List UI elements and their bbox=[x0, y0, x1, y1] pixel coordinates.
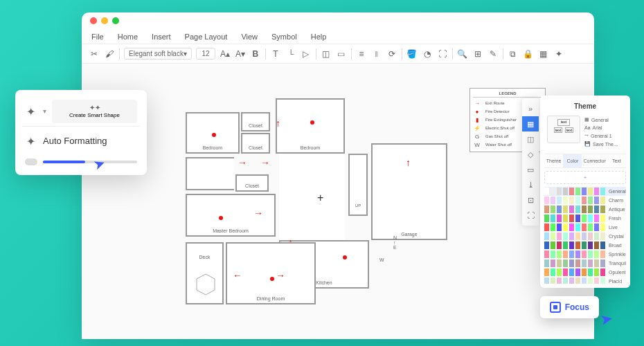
palette-charm[interactable]: Charm bbox=[544, 196, 626, 205]
cursor-icon: ➤ bbox=[599, 310, 614, 330]
menu-file[interactable]: File bbox=[91, 33, 104, 41]
font-down-icon[interactable]: A▾ bbox=[235, 48, 246, 60]
theme-tool-icon[interactable]: ▦ bbox=[522, 116, 539, 131]
text-icon[interactable]: T bbox=[270, 48, 281, 60]
theme-tabs: ThemeColorConnectorText bbox=[544, 154, 626, 168]
room-hall[interactable] bbox=[279, 154, 345, 244]
font-size[interactable]: 12 bbox=[196, 48, 215, 60]
rotate-icon[interactable]: ⟳ bbox=[386, 48, 397, 60]
palette-general[interactable]: General bbox=[544, 187, 626, 196]
page-tool-icon[interactable]: ▭ bbox=[522, 162, 539, 177]
theme-preview[interactable]: text text text bbox=[547, 116, 580, 143]
auto-formatting-label: Auto Formatting bbox=[43, 136, 107, 146]
cut-icon[interactable]: ✂ bbox=[89, 48, 100, 60]
compass: N ↑ E bbox=[393, 235, 397, 250]
arrow-icon: → bbox=[238, 157, 247, 168]
add-palette-button[interactable]: + bbox=[544, 171, 626, 184]
ai-icon[interactable]: ✦ bbox=[553, 48, 564, 60]
table-icon[interactable]: ⊞ bbox=[472, 48, 483, 60]
svg-marker-0 bbox=[197, 274, 215, 295]
arrow-icon: ↑ bbox=[276, 118, 280, 129]
close-dot[interactable] bbox=[90, 17, 97, 24]
help-tool-icon[interactable]: ⊡ bbox=[522, 192, 539, 208]
app-window: FileHomeInsertPage LayoutViewSymbolHelp … bbox=[82, 12, 594, 339]
toggle[interactable] bbox=[25, 158, 37, 165]
room-closet1[interactable]: Closet bbox=[241, 112, 270, 131]
maximize-dot[interactable] bbox=[112, 17, 119, 24]
room-bedroom2[interactable]: Bedroom bbox=[276, 98, 345, 154]
fill-icon[interactable]: 🪣 bbox=[406, 48, 418, 60]
palette-fresh[interactable]: Fresh bbox=[544, 214, 626, 223]
effects-icon[interactable]: ◔ bbox=[422, 48, 433, 60]
room-closet3[interactable]: Closet bbox=[235, 174, 269, 192]
search-icon[interactable]: 🔍 bbox=[457, 48, 468, 60]
arrow-icon: → bbox=[260, 157, 270, 168]
menu-symbol[interactable]: Symbol bbox=[271, 33, 297, 41]
layers-icon[interactable]: ◫ bbox=[321, 48, 332, 60]
room-closet2[interactable]: Closet bbox=[241, 133, 270, 154]
pointer-icon[interactable]: ▷ bbox=[301, 48, 312, 60]
brush-icon[interactable]: 🖌 bbox=[104, 48, 115, 60]
menu-view[interactable]: View bbox=[241, 33, 258, 41]
pen-icon[interactable]: ✎ bbox=[488, 48, 499, 60]
arrow-icon: ← bbox=[233, 270, 242, 281]
expand-tool-icon[interactable]: ⛶ bbox=[522, 208, 539, 223]
compass-w: W bbox=[379, 257, 384, 262]
ai-sparkle-icon bbox=[25, 135, 37, 147]
room-bedroom1[interactable]: Bedroom bbox=[186, 112, 240, 154]
shape-icon[interactable]: ▭ bbox=[336, 48, 347, 60]
menu-insert[interactable]: Insert bbox=[152, 33, 171, 41]
theme-opt[interactable]: 💾Save The… bbox=[584, 140, 618, 148]
theme-title: Theme bbox=[544, 100, 626, 113]
floorplan: Bedroom Closet Closet Bedroom ↑ Closet →… bbox=[186, 84, 476, 313]
palette-crystal[interactable]: Crystal bbox=[544, 232, 626, 241]
theme-opt[interactable]: ▦General bbox=[584, 116, 618, 124]
group-icon[interactable]: ⧉ bbox=[508, 48, 519, 60]
distribute-icon[interactable]: ⫴ bbox=[371, 48, 382, 60]
export-tool-icon[interactable]: ⤓ bbox=[522, 177, 539, 192]
menu-page-layout[interactable]: Page Layout bbox=[185, 33, 228, 41]
font-up-icon[interactable]: A▴ bbox=[220, 48, 231, 60]
minimize-dot[interactable] bbox=[101, 17, 108, 24]
menu-help[interactable]: Help bbox=[311, 33, 327, 41]
crop-icon[interactable]: ⛶ bbox=[437, 48, 448, 60]
palette-list: GeneralCharmAntiqueFreshLiveCrystalBroad… bbox=[544, 187, 626, 284]
room-stairs[interactable]: UP bbox=[348, 154, 368, 216]
palette-live[interactable]: Live bbox=[544, 223, 626, 232]
palette-tranquil[interactable]: Tranquil bbox=[544, 259, 626, 268]
arrow-icon: → bbox=[253, 208, 263, 219]
palette-placid[interactable]: Placid bbox=[544, 277, 626, 284]
room-bath[interactable] bbox=[186, 157, 234, 190]
shapes-tool-icon[interactable]: ◇ bbox=[522, 147, 539, 162]
canvas[interactable]: Bedroom Closet Closet Bedroom ↑ Closet →… bbox=[82, 64, 594, 339]
theme-tab-text[interactable]: Text bbox=[607, 154, 626, 167]
ai-sparkle-icon[interactable] bbox=[25, 105, 37, 118]
layers-tool-icon[interactable]: ◫ bbox=[522, 131, 539, 147]
menubar: FileHomeInsertPage LayoutViewSymbolHelp bbox=[82, 29, 594, 44]
palette-antique[interactable]: Antique bbox=[544, 205, 626, 214]
palette-opulent[interactable]: Opulent bbox=[544, 268, 626, 277]
palette-broad[interactable]: Broad bbox=[544, 241, 626, 250]
collapse-icon[interactable]: » bbox=[522, 101, 539, 116]
bold-icon[interactable]: B bbox=[250, 48, 261, 60]
focus-button[interactable]: Focus bbox=[540, 296, 599, 318]
create-smart-shape-button[interactable]: Create Smart Shape bbox=[52, 100, 137, 123]
theme-opt[interactable]: ⤳General 1 bbox=[584, 131, 618, 140]
grid-icon[interactable]: ▦ bbox=[538, 48, 549, 60]
theme-tab-color[interactable]: Color bbox=[563, 154, 582, 167]
palette-sprinkle[interactable]: Sprinkle bbox=[544, 250, 626, 259]
toolbar: ✂ 🖌 Elegant soft black▾ 12 A▴ A▾ B T └ ▷… bbox=[82, 44, 594, 64]
theme-tab-connector[interactable]: Connector bbox=[582, 154, 607, 167]
auto-format-popup: ▾ Create Smart Shape Auto Formatting bbox=[15, 90, 147, 175]
titlebar bbox=[82, 12, 594, 29]
connector-icon[interactable]: └ bbox=[285, 48, 296, 60]
font-select[interactable]: Elegant soft black▾ bbox=[124, 48, 192, 60]
lock-icon[interactable]: 🔒 bbox=[523, 48, 534, 60]
menu-home[interactable]: Home bbox=[118, 33, 138, 41]
align-icon[interactable]: ≡ bbox=[356, 48, 367, 60]
format-slider[interactable] bbox=[43, 161, 137, 163]
theme-opt[interactable]: AaArial bbox=[584, 124, 618, 131]
room-deck[interactable]: Deck bbox=[186, 242, 224, 304]
table-icon bbox=[194, 273, 217, 296]
theme-tab-theme[interactable]: Theme bbox=[544, 154, 563, 167]
